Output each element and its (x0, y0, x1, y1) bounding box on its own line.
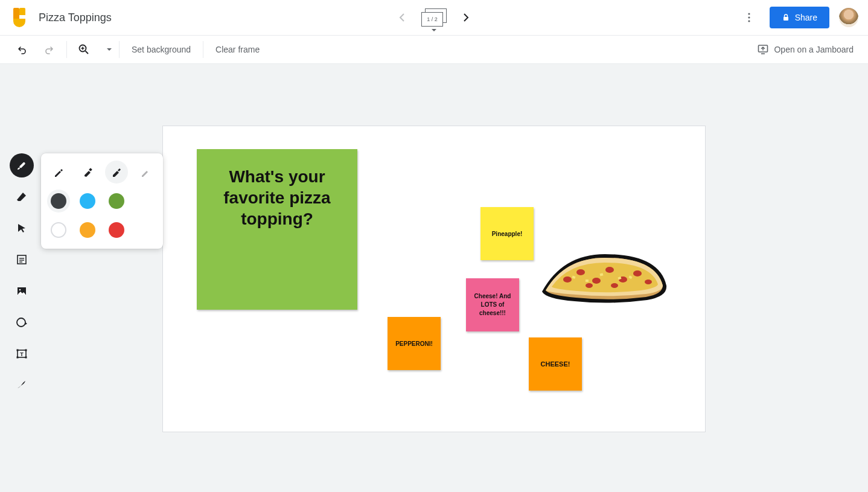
account-avatar[interactable] (839, 8, 858, 27)
document-title[interactable]: Pizza Toppings (39, 11, 112, 24)
pen-tool-button[interactable] (10, 153, 34, 177)
svg-point-30 (17, 318, 25, 327)
jamboard-logo-icon (10, 8, 29, 27)
lock-icon (782, 13, 790, 22)
redo-button[interactable] (40, 40, 59, 59)
sticky-text: Cheese! And LOTS of cheese!!! (472, 292, 513, 318)
image-icon (16, 285, 28, 297)
canvas-viewport: What's your favorite pizza topping? Pine… (0, 64, 868, 492)
circle-icon (15, 316, 28, 329)
select-tool-button[interactable] (10, 216, 34, 240)
svg-point-11 (576, 269, 585, 275)
svg-point-0 (748, 13, 750, 14)
sticky-text: PEPPERONI! (395, 340, 433, 347)
brush-icon (15, 159, 28, 172)
svg-rect-34 (17, 357, 19, 359)
svg-rect-32 (17, 350, 19, 351)
sticky-text: What's your favorite pizza topping? (214, 166, 340, 229)
sticky-note-cheese[interactable]: CHEESE! (529, 337, 582, 391)
prev-frame-button[interactable] (395, 10, 409, 25)
svg-point-15 (633, 270, 642, 276)
open-jamboard-label: Open on a Jamboard (774, 45, 854, 54)
pen-type-marker[interactable] (76, 161, 99, 184)
highlighter-icon (110, 166, 123, 178)
svg-point-29 (19, 289, 21, 291)
svg-point-17 (586, 283, 593, 288)
pen-icon (53, 166, 65, 178)
laser-icon (15, 379, 28, 392)
sticky-note-tool-button[interactable] (10, 248, 34, 272)
svg-rect-37 (89, 168, 92, 171)
action-toolbar: Set background Clear frame Open on a Jam… (0, 35, 868, 64)
zoom-button[interactable] (74, 40, 94, 59)
eraser-tool-button[interactable] (10, 185, 34, 209)
text-box-tool-button[interactable]: T (10, 342, 34, 366)
zoom-icon (78, 43, 90, 56)
svg-point-1 (748, 16, 750, 18)
sticky-text: Pineapple! (492, 231, 523, 237)
laser-tool-button[interactable] (10, 373, 34, 397)
svg-point-13 (605, 267, 614, 273)
frame-count-label: 1 / 2 (421, 12, 443, 27)
svg-rect-22 (586, 280, 589, 282)
set-background-button[interactable]: Set background (127, 41, 196, 58)
sticky-note-pepperoni[interactable]: PEPPERONI! (388, 317, 441, 370)
svg-line-5 (86, 51, 89, 54)
drawing-toolbar: T (7, 153, 36, 397)
eraser-icon (15, 190, 28, 203)
zoom-dropdown-caret[interactable] (107, 48, 112, 51)
svg-rect-35 (25, 357, 27, 359)
svg-point-10 (563, 276, 572, 283)
next-frame-button[interactable] (459, 10, 473, 25)
cast-icon (757, 43, 769, 56)
svg-rect-24 (18, 255, 26, 264)
undo-icon (16, 43, 28, 56)
sticky-text: CHEESE! (541, 360, 570, 368)
jam-frame-canvas[interactable]: What's your favorite pizza topping? Pine… (162, 126, 706, 432)
brush-small-icon (139, 166, 152, 178)
pen-type-brush[interactable] (134, 161, 157, 184)
pen-options-panel (41, 153, 163, 249)
more-options-button[interactable] (738, 7, 760, 28)
cursor-icon (16, 222, 28, 234)
pen-type-pen[interactable] (47, 161, 70, 184)
color-blue[interactable] (76, 190, 99, 212)
svg-point-18 (611, 283, 618, 288)
text-box-icon: T (16, 348, 28, 360)
clear-frame-button[interactable]: Clear frame (211, 41, 264, 58)
app-header: Pizza Toppings 1 / 2 Share (0, 0, 868, 35)
color-white[interactable] (47, 219, 70, 241)
more-vertical-icon (744, 12, 755, 23)
pen-type-highlighter[interactable] (105, 161, 128, 184)
open-on-jamboard-button[interactable]: Open on a Jamboard (757, 43, 863, 56)
svg-point-16 (645, 280, 652, 284)
sticky-note-pineapple[interactable]: Pineapple! (480, 207, 534, 260)
svg-rect-3 (783, 17, 788, 21)
color-green[interactable] (105, 190, 128, 212)
svg-text:T: T (20, 351, 24, 357)
svg-point-12 (592, 278, 601, 284)
redo-icon (43, 43, 56, 56)
frame-navigator: 1 / 2 (395, 8, 473, 27)
undo-button[interactable] (12, 40, 31, 59)
sticky-note-question[interactable]: What's your favorite pizza topping? (197, 149, 357, 310)
svg-rect-33 (25, 350, 27, 351)
svg-point-2 (748, 20, 750, 22)
marker-icon (81, 166, 94, 178)
color-red[interactable] (105, 219, 128, 241)
shape-tool-button[interactable] (10, 310, 34, 334)
sticky-note-cheese-lots[interactable]: Cheese! And LOTS of cheese!!! (466, 278, 519, 331)
pizza-image[interactable] (538, 249, 670, 305)
color-yellow[interactable] (76, 219, 99, 241)
share-button[interactable]: Share (770, 7, 829, 28)
frame-thumbnail-button[interactable]: 1 / 2 (421, 8, 447, 27)
sticky-note-icon (16, 254, 28, 266)
image-tool-button[interactable] (10, 279, 34, 303)
color-black[interactable] (47, 190, 70, 212)
share-label: Share (795, 13, 817, 22)
